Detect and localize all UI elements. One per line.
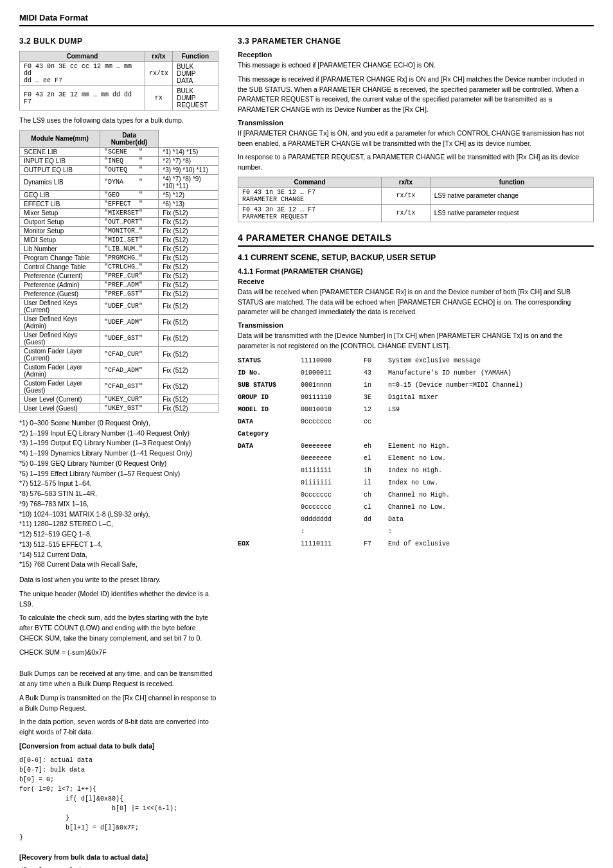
body-text: Data is lost when you write to the prese… <box>19 575 218 738</box>
bulk-intro: The LS9 uses the following data types fo… <box>19 116 218 126</box>
table-row: Custom Fader Layer (Guest) "CFAD_GST" Fi… <box>20 378 218 394</box>
list-item: MODEL ID 00010010 12 LS9 <box>238 404 594 416</box>
list-item: : : <box>238 526 594 538</box>
section-32-title: 3.2 BULK DUMP <box>19 37 218 46</box>
body-text-para: In the data portion, seven words of 8-bi… <box>19 717 218 738</box>
list-item: 0iiiiiii il Index no Low. <box>238 477 594 489</box>
transmission-title-33: Transmission <box>238 119 594 127</box>
param-col-command: Command <box>238 177 382 187</box>
table-row: F0 43 2n 3E 12 mm … mm dd dd F7 rx BULK … <box>20 86 218 111</box>
list-item: ID No. 01000011 43 Manufacture's ID numb… <box>238 368 594 379</box>
transmission-title-41: Transmission <box>238 321 594 329</box>
table-row: Control Change Table "CTRLCHG_" Fix (512… <box>20 262 218 271</box>
param-col-rxtx: rx/tx <box>382 177 431 187</box>
table-row: F0 43 0n 3E cc cc 12 mm … mm dd dd … ee … <box>20 62 218 86</box>
list-item: GROUP ID 00111110 3E Digital mixer <box>238 392 594 403</box>
list-item: DATA 0ccccccc cc <box>238 416 594 428</box>
table-row: GEQ LIB "GEO " *5) *12) <box>20 190 218 199</box>
table-row: Program Change Table "PRGMCHG_" Fix (512… <box>20 253 218 262</box>
table-row: User Defined Keys (Current) "UDEF_CUR" F… <box>20 298 218 314</box>
table-row: Dynamics LIB "DYNA " *4) *7) *8) *9) *10… <box>20 174 218 190</box>
page-header: MIDI Data Format <box>19 13 594 26</box>
list-item: 0iiiiiii ih Index no High. <box>238 465 594 477</box>
section-33: 3.3 PARAMETER CHANGE Reception This mess… <box>238 37 594 222</box>
table-row: F0 43 3n 3E 12 … F7 PARAMETER REQUEST rx… <box>238 204 594 222</box>
module-col-data: Data Number(dd) <box>100 130 158 147</box>
table-row: User Defined Keys (Guest) "UDEF_GST" Fix… <box>20 330 218 346</box>
list-item: SUB STATUS 0001nnnn 1n n=0-15 (Device nu… <box>238 380 594 391</box>
module-col-name: Module Name(mm) <box>20 130 100 147</box>
table-row: Preference (Guest) "PREF_GST" Fix (512) <box>20 289 218 298</box>
list-item: DATA 0eeeeeee eh Element no High. <box>238 441 594 452</box>
table-row: INPUT EQ LIB "INEQ " *2) *7) *8) <box>20 156 218 165</box>
recovery-section: [Recovery from bulk data to actual data]… <box>19 853 218 869</box>
reception-para: This message is echoed if [PARAMETER CHA… <box>238 60 594 71</box>
param-col-function: function <box>430 177 593 187</box>
body-text-para: Data is lost when you write to the prese… <box>19 575 218 585</box>
list-item: 0eeeeeee el Element no Low. <box>238 453 594 465</box>
list-item: EOX 11110111 F7 End of exclusive <box>238 538 594 550</box>
receive-text-41: Data will be received when [PARAMETER CH… <box>238 287 594 317</box>
table-row: User Defined Keys (Admin) "UDEF_ADM" Fix… <box>20 314 218 330</box>
body-text-para: A Bulk Dump is transmitted on the [Rx CH… <box>19 693 218 714</box>
reception-title: Reception <box>238 51 594 58</box>
reception-para: This message is received if [PARAMETER C… <box>238 75 594 115</box>
receive-title-41: Receive <box>238 278 594 285</box>
section-411-title: 4.1.1 Format (PARAMETER CHANGE) <box>238 267 594 275</box>
table-row: Preference (Admin) "PREF_ADM" Fix (512) <box>20 280 218 289</box>
conversion-title: [Conversion from actual data to bulk dat… <box>19 741 218 752</box>
list-item: STATUS 11110000 F0 System exclusive mess… <box>238 355 594 367</box>
section-4: 4 PARAMETER CHANGE details 4.1 CURRENT S… <box>238 233 594 550</box>
list-item: 0ccccccc cl Channel no Low. <box>238 502 594 513</box>
list-item: 0ccccccc ch Channel no High. <box>238 490 594 501</box>
table-row: SCENE LIB "SCENE " *1) *14) *15) <box>20 147 218 156</box>
recovery-title: [Recovery from bulk data to actual data] <box>19 853 218 863</box>
list-item: 0ddddddd dd Data <box>238 514 594 526</box>
table-row: Custom Fader Layer (Admin) "CFAD_ADM" Fi… <box>20 362 218 378</box>
module-table: Module Name(mm) Data Number(dd) SCENE LI… <box>19 130 218 413</box>
table-row: Preference (Current) "PREF_CUR" Fix (512… <box>20 271 218 280</box>
table-row: Monitor Setup "MONITOR_" Fix (512) <box>20 226 218 235</box>
data-format-block: STATUS 11110000 F0 System exclusive mess… <box>238 355 594 550</box>
body-text-para: Bulk Dumps can be received at any time, … <box>19 669 218 689</box>
conversion-code: d[0-6]: actual data b[0-7]: bulk data b[… <box>19 756 218 842</box>
table-row: User Level (Guest) "UKEY_GST" Fix (512) <box>20 403 218 412</box>
body-text-para: CHECK SUM = (-sum)&0x7F <box>19 648 218 658</box>
list-item: Category <box>238 429 594 440</box>
table-row: EFFECT LIB "EFFECT " *6) *13) <box>20 199 218 208</box>
col-command: Command <box>20 51 145 62</box>
table-row: Mixer Setup "MIXERSET" Fix (512) <box>20 208 218 217</box>
table-row: Custom Fader Layer (Current) "CFAD_CUR" … <box>20 346 218 362</box>
table-row: OUTPUT EQ LIB "OUTEQ " *3) *9) *10) *11) <box>20 165 218 174</box>
table-row: Lib Number "LIB_NUM_" Fix (512) <box>20 244 218 253</box>
col-function: Function <box>172 51 218 62</box>
section-4-title: 4 PARAMETER CHANGE details <box>238 233 594 247</box>
transmission-para: If [PARAMETER CHANGE Tx] is ON, and you … <box>238 128 594 149</box>
table-row: MIDI Setup "MIDI_SET" Fix (512) <box>20 235 218 244</box>
section-32: 3.2 BULK DUMP Command rx/tx Function F0 … <box>19 37 218 868</box>
body-text-para: The unique header (Model ID) identifies … <box>19 589 218 610</box>
transmission-para: In response to a PARAMETER REQUEST, a PA… <box>238 152 594 173</box>
conversion-section: [Conversion from actual data to bulk dat… <box>19 741 218 842</box>
transmission-text-33: If [PARAMETER CHANGE Tx] is ON, and you … <box>238 128 594 173</box>
transmission-text-41: Data will be transmitted with the [Devic… <box>238 331 594 351</box>
param-change-table: Command rx/tx function F0 43 1n 3E 12 … … <box>238 177 594 222</box>
body-text-para: To calculate the check sum, add the byte… <box>19 613 218 643</box>
table-row: F0 43 1n 3E 12 … F7 RARAMETER CHANGE rx/… <box>238 187 594 204</box>
bulk-command-table: Command rx/tx Function F0 43 0n 3E cc cc… <box>19 51 218 111</box>
reception-text: This message is echoed if [PARAMETER CHA… <box>238 60 594 115</box>
footnotes: *1) 0–300 Scene Number (0 Request Only),… <box>19 418 218 570</box>
table-row: Outport Setup "OUT_PORT" Fix (512) <box>20 217 218 226</box>
section-33-title: 3.3 PARAMETER CHANGE <box>238 37 594 46</box>
table-row: User Level (Current) "UKEY_CUR" Fix (512… <box>20 394 218 403</box>
col-rxtx: rx/tx <box>145 51 172 62</box>
section-41-title: 4.1 CURRENT SCENE, SETUP, BACKUP, USER S… <box>238 253 594 262</box>
